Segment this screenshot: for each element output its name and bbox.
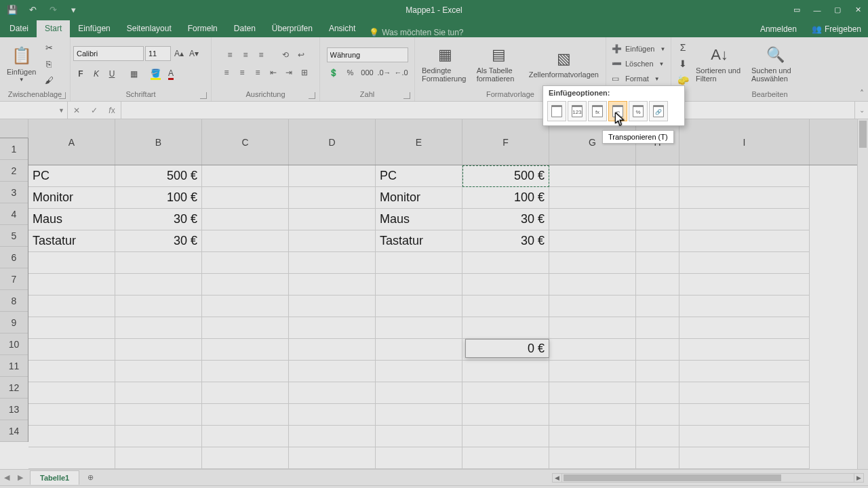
sheet-nav-prev[interactable]: ◀ [0,473,14,482]
cell[interactable] [289,187,376,209]
tab-data[interactable]: Daten [226,20,264,37]
cell[interactable] [679,296,810,317]
share-button[interactable]: 👥 Freigeben [805,21,868,37]
column-header[interactable]: E [376,119,462,165]
tab-insert[interactable]: Einfügen [70,20,118,37]
cell[interactable] [289,426,376,447]
cell[interactable]: 30 € [462,230,549,252]
cell[interactable] [115,426,202,447]
paste-button[interactable]: 📋 Einfügen ▼ [3,43,40,85]
format-cells-button[interactable]: ▭Format▼ [609,71,663,86]
row-header[interactable]: 1 [0,138,28,160]
add-sheet-button[interactable]: ⊕ [83,471,97,485]
underline-button[interactable]: U [104,66,119,81]
cell[interactable] [549,361,636,382]
cell[interactable] [289,230,376,252]
minimize-button[interactable]: — [807,0,827,20]
comma-format-button[interactable]: 000 [359,65,376,80]
cell[interactable] [289,361,376,382]
cell[interactable] [28,252,115,274]
cell[interactable] [202,187,289,209]
align-top-button[interactable]: ≡ [222,47,237,62]
cell[interactable]: Maus [28,209,115,230]
enter-formula-button[interactable]: ✓ [85,106,103,115]
cell[interactable] [636,230,679,252]
align-left-button[interactable]: ≡ [219,65,234,80]
align-bottom-button[interactable]: ≡ [254,47,269,62]
cell[interactable] [462,426,549,447]
sheet-nav-next[interactable]: ▶ [14,473,27,482]
bold-button[interactable]: F [73,66,88,81]
cell[interactable] [636,339,679,361]
clipboard-launcher[interactable] [59,92,66,99]
cell[interactable] [549,209,636,230]
cell[interactable] [462,361,549,382]
cell[interactable] [462,252,549,274]
tab-formulas[interactable]: Formeln [180,20,226,37]
cell[interactable] [289,339,376,361]
horizontal-scrollbar[interactable]: ◀▶ [552,473,864,483]
decrease-font-button[interactable]: A▾ [187,46,201,61]
orientation-button[interactable]: ⟲ [278,47,293,62]
cell[interactable] [549,252,636,274]
cell[interactable] [679,382,810,404]
cell[interactable] [202,252,289,274]
row-header[interactable]: 4 [0,203,28,225]
cell[interactable] [376,296,462,317]
font-launcher[interactable] [200,92,207,99]
cell[interactable] [636,317,679,339]
row-header[interactable]: 2 [0,160,28,182]
cell[interactable] [28,426,115,447]
cells-area[interactable]: PC 500 € PC 500 € Monitor 100 € Monitor … [28,165,857,469]
tab-view[interactable]: Ansicht [321,20,363,37]
align-middle-button[interactable]: ≡ [238,47,253,62]
row-header[interactable]: 7 [0,268,28,290]
cell[interactable] [549,426,636,447]
tab-review[interactable]: Überprüfen [264,20,321,37]
cell[interactable]: Monitor [376,187,462,209]
column-header[interactable]: C [202,119,289,165]
font-size-select[interactable] [145,46,171,61]
column-header[interactable]: A [28,119,115,165]
cell[interactable]: 500 € [462,165,549,187]
cell[interactable] [376,447,462,469]
cell[interactable] [289,296,376,317]
name-box[interactable]: ▼ [0,102,68,119]
cell[interactable] [28,361,115,382]
align-center-button[interactable]: ≡ [235,65,250,80]
merge-center-button[interactable]: ⊞ [297,65,312,80]
cell[interactable] [636,404,679,426]
cell[interactable] [549,339,636,361]
cell[interactable] [202,317,289,339]
cell[interactable] [679,404,810,426]
fill-color-button[interactable]: 🪣 [148,66,163,81]
align-right-button[interactable]: ≡ [250,65,265,80]
cell[interactable] [289,252,376,274]
cell[interactable]: 30 € [462,209,549,230]
cell[interactable] [462,317,549,339]
italic-button[interactable]: K [89,66,104,81]
column-header[interactable]: B [115,119,202,165]
cell[interactable] [549,447,636,469]
cell[interactable] [28,404,115,426]
cell[interactable] [636,209,679,230]
column-header[interactable]: D [289,119,376,165]
cell[interactable] [28,382,115,404]
cell[interactable] [636,296,679,317]
row-header[interactable]: 14 [0,420,28,442]
cell[interactable] [115,317,202,339]
row-header[interactable]: 9 [0,312,28,333]
cell[interactable] [202,404,289,426]
conditional-formatting-button[interactable]: ▦ Bedingte Formatierung [418,43,473,84]
delete-cells-button[interactable]: ➖Löschen▼ [609,56,667,71]
cell[interactable] [202,209,289,230]
cell[interactable] [462,382,549,404]
find-select-button[interactable]: 🔍 Suchen und Auswählen [747,43,803,84]
increase-font-button[interactable]: A▴ [172,46,186,61]
cell[interactable] [202,447,289,469]
cell[interactable] [115,361,202,382]
select-all-corner[interactable] [0,119,28,138]
cell[interactable] [289,317,376,339]
cell[interactable] [115,252,202,274]
cell[interactable]: Monitor [28,187,115,209]
